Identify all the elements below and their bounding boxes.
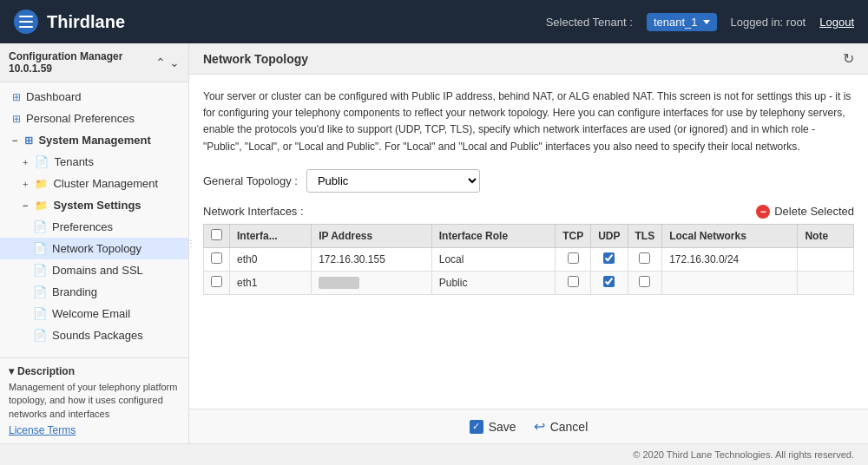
doc-icon: 📄 [33, 242, 47, 255]
select-all-checkbox[interactable] [211, 229, 222, 240]
row2-checkbox[interactable] [211, 276, 222, 287]
content-footer: ✓ Save ↩ Cancel [189, 409, 868, 443]
cancel-label: Cancel [550, 420, 589, 434]
content-area: Network Topology ↻ Your server or cluste… [189, 43, 868, 443]
drag-dots: ⋮ [187, 239, 194, 248]
minus-icon: − [23, 200, 28, 211]
config-manager-title: Configuration Manager 10.0.1.59 [9, 50, 155, 75]
blurred-ip [319, 277, 359, 289]
sidebar-item-label: Cluster Management [53, 177, 158, 190]
table-header-row: Interfa... IP Address Interface Role TCP… [204, 224, 854, 247]
sidebar-item-tenants[interactable]: + 📄 Tenants [0, 151, 188, 173]
doc-icon: 📄 [35, 155, 49, 168]
doc-icon: 📄 [33, 264, 47, 277]
delete-circle-icon: − [756, 205, 770, 219]
row2-note [798, 271, 854, 294]
description-label: Description [17, 365, 75, 377]
sidebar-item-welcome-email[interactable]: 📄 Welcome Email [0, 303, 188, 324]
content-header: Network Topology ↻ [189, 43, 868, 75]
menu-toggle-button[interactable] [14, 10, 38, 34]
row2-local-networks [662, 271, 798, 294]
sidebar-item-network-topology[interactable]: 📄 Network Topology [0, 238, 188, 259]
description-text: Management of your telephony platform to… [9, 381, 180, 421]
table-row: eth0 172.16.30.155 Local [204, 247, 854, 271]
row1-checkbox[interactable] [211, 252, 222, 264]
doc-icon: 📄 [33, 329, 47, 342]
sidebar-item-label: Branding [52, 285, 97, 298]
row1-interface: eth0 [230, 247, 312, 271]
th-interface: Interfa... [230, 224, 312, 247]
row2-tls-checkbox[interactable] [639, 276, 650, 287]
general-topology-select[interactable]: Public Behind NAT ALG Enabled NAT [306, 169, 480, 193]
row2-tls-cell [628, 271, 662, 294]
sidebar-item-system-settings[interactable]: − 📁 System Settings [0, 194, 188, 216]
sidebar-header: Configuration Manager 10.0.1.59 ⌃ ⌄ [0, 43, 188, 82]
save-button[interactable]: ✓ Save [470, 420, 516, 434]
row2-tcp-cell [556, 271, 591, 294]
row1-tls-checkbox[interactable] [639, 252, 650, 264]
th-tls: TLS [628, 224, 662, 247]
refresh-icon[interactable]: ↻ [843, 50, 854, 67]
sidebar-nav: ⊞ Dashboard ⊞ Personal Preferences − ⊞ S… [0, 82, 188, 357]
network-interfaces-section: Network Interfaces : − Delete Selected I… [203, 205, 854, 295]
row2-udp-cell [591, 271, 628, 294]
doc-icon: 📄 [33, 285, 47, 298]
th-ip-address: IP Address [312, 224, 432, 247]
plus-icon: + [23, 179, 28, 189]
doc-icon: 📄 [33, 307, 47, 320]
sidebar-item-dashboard[interactable]: ⊞ Dashboard [0, 86, 188, 108]
sidebar-item-personal-preferences[interactable]: ⊞ Personal Preferences [0, 108, 188, 129]
tenant-selector[interactable]: tenant_1 [647, 13, 717, 31]
sidebar-header-icons: ⌃ ⌄ [155, 56, 180, 69]
sidebar-item-branding[interactable]: 📄 Branding [0, 281, 188, 303]
main-layout: Configuration Manager 10.0.1.59 ⌃ ⌄ ⊞ Da… [0, 43, 868, 443]
row2-udp-checkbox[interactable] [603, 276, 615, 287]
collapse-icon[interactable]: ⌃ [155, 56, 166, 69]
chevron-down-icon: ▾ [9, 365, 14, 377]
grid-icon: ⊞ [24, 134, 33, 147]
row2-tcp-checkbox[interactable] [568, 276, 579, 287]
row1-tls-cell [628, 247, 662, 271]
row1-role: Local [431, 247, 555, 271]
resize-handle[interactable]: ⋮ [187, 43, 194, 443]
row1-udp-checkbox[interactable] [603, 252, 615, 264]
app-logo: Thirdlane [14, 10, 546, 34]
app-name: Thirdlane [47, 12, 125, 32]
th-note: Note [798, 224, 854, 247]
row2-checkbox-cell [204, 271, 230, 294]
chevron-down-icon [703, 20, 710, 24]
logout-button[interactable]: Logout [819, 16, 854, 29]
sidebar-item-sounds-packages[interactable]: 📄 Sounds Packages [0, 324, 188, 346]
license-terms-link[interactable]: License Terms [9, 424, 180, 436]
tenant-name: tenant_1 [654, 16, 698, 29]
row1-note [798, 247, 854, 271]
folder-icon: 📁 [35, 178, 48, 190]
row1-tcp-cell [556, 247, 591, 271]
general-topology-row: General Topology : Public Behind NAT ALG… [203, 169, 854, 193]
sidebar-item-label: Personal Preferences [26, 112, 135, 125]
sidebar-item-domains-ssl[interactable]: 📄 Domains and SSL [0, 259, 188, 281]
general-topology-label: General Topology : [203, 174, 298, 187]
th-udp: UDP [591, 224, 628, 247]
content-body: Your server or cluster can be configured… [189, 75, 868, 409]
th-interface-role: Interface Role [431, 224, 555, 247]
plus-icon: + [23, 157, 28, 167]
save-check-icon: ✓ [470, 420, 483, 434]
sidebar-item-system-management[interactable]: − ⊞ System Management [0, 129, 188, 151]
expand-icon[interactable]: ⌄ [169, 56, 180, 69]
delete-selected-button[interactable]: − Delete Selected [756, 205, 854, 219]
cancel-arrow-icon: ↩ [534, 418, 545, 435]
folder-icon: 📁 [35, 200, 48, 212]
row2-interface: eth1 [230, 271, 312, 294]
row1-tcp-checkbox[interactable] [568, 252, 579, 264]
row2-ip [312, 271, 432, 294]
header: Thirdlane Selected Tenant : tenant_1 Log… [0, 0, 868, 43]
description-toggle[interactable]: ▾ Description [9, 365, 180, 377]
row2-role: Public [431, 271, 555, 294]
cancel-button[interactable]: ↩ Cancel [534, 418, 589, 435]
ni-header: Network Interfaces : − Delete Selected [203, 205, 854, 219]
sidebar-description: ▾ Description Management of your telepho… [0, 357, 188, 443]
delete-selected-label: Delete Selected [774, 205, 854, 218]
sidebar-item-preferences[interactable]: 📄 Preferences [0, 216, 188, 238]
sidebar-item-cluster-management[interactable]: + 📁 Cluster Management [0, 173, 188, 194]
